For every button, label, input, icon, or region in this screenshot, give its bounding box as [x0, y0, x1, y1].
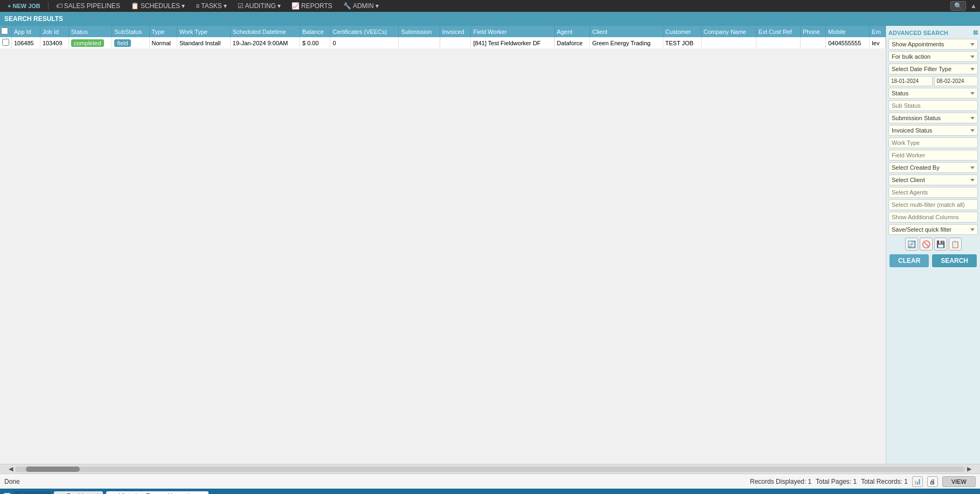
- show-appointments-select[interactable]: Show Appointments: [888, 39, 978, 50]
- cell-app-id: 106485: [12, 37, 40, 49]
- horizontal-scrollbar-area: ◀ ▶: [0, 464, 980, 474]
- col-field-worker[interactable]: Field Worker: [471, 26, 554, 37]
- collapse-panel-icon[interactable]: ⊠: [973, 29, 978, 36]
- row-checkbox[interactable]: [2, 39, 9, 46]
- collapse-button[interactable]: ▲: [970, 2, 977, 10]
- cell-type: Normal: [149, 37, 177, 49]
- search-box[interactable]: 🔍: [950, 1, 966, 11]
- status-badge: completed: [71, 39, 104, 47]
- tasks-chevron: ▾: [224, 2, 227, 10]
- col-job-id[interactable]: Job Id: [40, 26, 68, 37]
- export-icon-button[interactable]: 📋: [949, 238, 962, 251]
- auditing-icon: ☑: [238, 2, 244, 10]
- delete-icon-button[interactable]: 🚫: [920, 238, 933, 251]
- col-mobile[interactable]: Mobile: [826, 26, 870, 37]
- col-submission[interactable]: Submission: [399, 26, 440, 37]
- col-invoiced[interactable]: Invoiced: [440, 26, 471, 37]
- date-from-input[interactable]: [888, 76, 933, 86]
- schedules-nav[interactable]: 📋 SCHEDULES ▾: [127, 1, 189, 11]
- sales-pipelines-nav[interactable]: 🏷 SALES PIPELINES: [52, 1, 124, 11]
- submission-status-select[interactable]: Submission Status: [888, 113, 978, 123]
- col-ext-cust-ref[interactable]: Ext Cust Ref: [756, 26, 801, 37]
- cell-checkbox[interactable]: [0, 37, 12, 49]
- cell-status: completed: [68, 37, 112, 49]
- status-bar: Done Records Displayed: 1 Total Pages: 1…: [0, 474, 980, 489]
- created-by-select[interactable]: Select Created By: [888, 162, 978, 173]
- agents-input[interactable]: [888, 187, 978, 198]
- date-to-input[interactable]: [934, 76, 978, 86]
- status-select[interactable]: Status: [888, 88, 978, 99]
- status-bar-right: Records Displayed: 1 Total Pages: 1 Tota…: [750, 476, 976, 487]
- col-certificates[interactable]: Certificates (VEECs): [330, 26, 399, 37]
- auditing-nav[interactable]: ☑ AUDITING ▾: [233, 1, 285, 11]
- invoiced-status-select[interactable]: Invoiced Status: [888, 125, 978, 136]
- col-scheduled-datetime[interactable]: Scheduled Datetime: [230, 26, 300, 37]
- cell-job-id: 103409: [40, 37, 68, 49]
- client-select[interactable]: Select Client: [888, 175, 978, 185]
- col-work-type[interactable]: Work Type: [177, 26, 230, 37]
- hamburger-menu-icon[interactable]: ☰: [3, 491, 11, 495]
- action-buttons-row: CLEAR SEARCH: [888, 254, 978, 267]
- schedules-icon: 📋: [131, 2, 139, 10]
- substatus-badge: field: [114, 39, 130, 47]
- col-client[interactable]: Client: [590, 26, 663, 37]
- table-header-row: App Id Job Id Status SubStatus Type Work…: [0, 26, 886, 37]
- sub-status-input[interactable]: [888, 100, 978, 111]
- advanced-search-label: ADVANCED SEARCH: [888, 30, 948, 36]
- table-row[interactable]: 106485 103409 completed field Normal Sta…: [0, 37, 886, 49]
- scroll-right-arrow[interactable]: ▶: [967, 465, 971, 472]
- multi-filter-input[interactable]: [888, 199, 978, 210]
- main-layout: App Id Job Id Status SubStatus Type Work…: [0, 26, 980, 464]
- select-all-checkbox[interactable]: [1, 27, 8, 34]
- col-app-id[interactable]: App Id: [12, 26, 40, 37]
- cell-mobile: 0404555555: [826, 37, 870, 49]
- scroll-left-arrow[interactable]: ◀: [9, 465, 13, 472]
- refresh-icon-button[interactable]: 🔄: [905, 238, 918, 251]
- app-logo: 🤖 ASAP: [14, 491, 51, 495]
- col-substatus[interactable]: SubStatus: [112, 26, 149, 37]
- admin-nav[interactable]: 🔧 ADMIN ▾: [339, 1, 383, 11]
- sales-pipelines-icon: 🏷: [56, 2, 62, 10]
- print-button[interactable]: 🖨: [927, 476, 938, 487]
- new-job-button[interactable]: + NEW JOB: [3, 2, 45, 10]
- bulk-action-select[interactable]: For bulk action: [888, 51, 978, 62]
- work-type-input[interactable]: [888, 137, 978, 148]
- col-balance[interactable]: Balance: [300, 26, 330, 37]
- reports-nav[interactable]: 📈 REPORTS: [287, 1, 337, 11]
- close-tab-icon[interactable]: ✕: [198, 492, 204, 495]
- col-status[interactable]: Status: [68, 26, 112, 37]
- hscroll-thumb[interactable]: [26, 467, 80, 472]
- col-type[interactable]: Type: [149, 26, 177, 37]
- table-area: App Id Job Id Status SubStatus Type Work…: [0, 26, 886, 464]
- cell-ext-cust-ref: [756, 37, 801, 49]
- dashboard-tab[interactable]: 🗂 Dashboard: [54, 491, 103, 494]
- save-icon-button[interactable]: 💾: [934, 238, 947, 251]
- cell-scheduled-datetime: 19-Jan-2024 9:00AM: [230, 37, 300, 49]
- col-checkbox[interactable]: [0, 26, 12, 37]
- cell-agent: Dataforce: [554, 37, 590, 49]
- col-agent[interactable]: Agent: [554, 26, 590, 37]
- col-company-name[interactable]: Company Name: [701, 26, 756, 37]
- cell-balance: $ 0.00: [300, 37, 330, 49]
- cell-work-type: Standard Install: [177, 37, 230, 49]
- records-displayed-label: Records Displayed: 1: [750, 478, 811, 485]
- view-button[interactable]: VIEW: [942, 476, 976, 487]
- export-csv-button[interactable]: 📊: [912, 476, 923, 487]
- search-button[interactable]: SEARCH: [932, 254, 977, 267]
- table-wrapper[interactable]: App Id Job Id Status SubStatus Type Work…: [0, 26, 886, 464]
- schedules-chevron: ▾: [182, 2, 185, 10]
- done-label: Done: [4, 478, 20, 485]
- field-worker-input[interactable]: [888, 150, 978, 161]
- clear-button[interactable]: CLEAR: [889, 254, 929, 267]
- col-em[interactable]: Em: [870, 26, 886, 37]
- quick-filter-select[interactable]: Save/Select quick filter: [888, 224, 978, 235]
- additional-columns-input[interactable]: [888, 212, 978, 222]
- active-tab[interactable]: 🗂 Victorian Energy Upgrades ✕: [106, 491, 208, 495]
- col-customer[interactable]: Customer: [663, 26, 701, 37]
- cell-em: lev: [870, 37, 886, 49]
- date-filter-type-select[interactable]: Select Date Filter Type: [888, 64, 978, 74]
- reports-icon: 📈: [291, 2, 300, 10]
- tasks-nav[interactable]: ≡ TASKS ▾: [191, 1, 231, 11]
- table-body: 106485 103409 completed field Normal Sta…: [0, 37, 886, 49]
- col-phone[interactable]: Phone: [800, 26, 825, 37]
